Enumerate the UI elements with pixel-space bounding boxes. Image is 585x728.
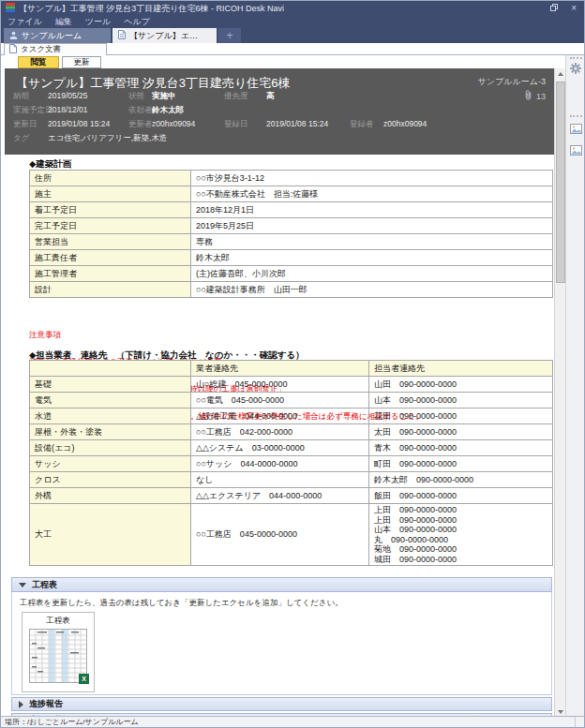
section-title: 工程表 [32,579,57,591]
table-row: 屋根・外装・塗装○○工務店 042-000-0000太田 090-0000-00… [30,424,553,440]
table-row: 営業担当専務 [30,234,553,250]
meta-value: 2019/05/25 [48,91,88,100]
new-tab-button[interactable]: + [218,28,241,43]
triangle-right-icon [19,701,23,708]
tab-document-active[interactable]: 【サンプル】エ… [112,28,217,43]
subtab-bar: タスク文書 [1,43,584,55]
table-header-row: 業者連絡先 担当者連絡先 [30,361,553,377]
update-mode-button[interactable]: 更新 [62,56,101,68]
schedule-note: 工程表を更新したら、過去の表は残しておき「更新したエクセルを追加」してください。 [20,598,343,609]
schedule-thumbnail-card[interactable]: 工程表 [22,612,95,692]
progress-section: 進捗報告 [11,697,552,711]
panel-handle[interactable] [570,115,582,117]
meta-label: 更新者 [128,119,153,130]
panel-handle[interactable] [570,57,582,59]
scrollbar-thumb[interactable] [556,82,565,283]
right-tool-panel [565,55,585,718]
location-text: 場所：/おしごとルーム/サンプルルーム [5,717,139,727]
meta-value: 実施中 [152,91,176,102]
plan-table: 住所○○市汐見台3-1-12 施主○○不動産株式会社 担当:佐藤様 着工予定日2… [29,170,553,298]
meta-value: z00hx09094 [152,119,195,128]
table-row: 施工管理者(主)佐藤吾郎、小川次郎 [30,266,553,282]
gear-icon[interactable] [570,61,581,78]
schedule-section: 工程表 工程表を更新したら、過去の表は残しておき「更新したエクセルを追加」してく… [11,577,552,695]
room-reference: サンプルルーム-3 [478,76,546,88]
meta-label: 登録者 [350,119,374,130]
person-line: 山本 090-0000-0000 [374,525,548,535]
menubar: ファイル 編集 ツール ヘルプ [1,16,584,28]
table-row: 施工責任者鈴木太郎 [30,250,553,266]
menu-tools[interactable]: ツール [85,16,111,28]
table-row: 外構△△エクステリア 044-000-0000飯田 090-0000-0000 [30,488,553,504]
subtab-task-document[interactable]: タスク文書 [4,43,107,55]
menu-help[interactable]: ヘルプ [124,16,150,28]
table-row: サッシ○○サッシ 044-0000-0000町田 090-0000-0000 [30,456,553,472]
person-line: 上田 090-0000-0000 [374,515,548,526]
contractors-table: 業者連絡先 担当者連絡先 基礎山○総建 045-000-0000山田 090-0… [29,360,553,566]
meta-value: 鈴木太郎 [152,105,184,116]
triangle-down-icon [19,583,26,587]
meta-label: 状態 [128,91,144,102]
thumbnail-caption: 工程表 [22,616,94,627]
excel-icon: X [79,674,89,684]
person-line: 丸 090-0000-0000 [374,535,548,545]
table-row: 設備(エコ)△△システム 03-0000-0000青木 090-0000-000… [30,440,553,456]
table-row: 電気○○電気 045-000-0000山本 090-0000-0000 [30,393,553,409]
table-row: 基礎山○総建 045-000-0000山田 090-0000-0000 [30,377,553,393]
meta-row: タグ エコ住宅,バリアフリー,新築,木造 [9,133,549,144]
meta-label: 登録日 [224,119,248,130]
progress-section-header[interactable]: 進捗報告 [11,697,552,711]
meta-label: タグ [13,133,29,144]
table-row: クロスなし鈴木太郎 090-0000-0000 [30,472,553,488]
status-bar: 場所：/おしごとルーム/サンプルルーム [1,716,584,727]
close-button[interactable]: × [571,4,577,13]
meta-value: 2019/01/08 15:24 [48,119,110,128]
maximize-button[interactable] [550,4,558,13]
meta-label: 納期 [13,91,29,102]
subtab-label: タスク文書 [21,44,61,55]
meta-label: 優先度 [224,91,248,102]
notice-line: 注意事項 [29,331,424,340]
tab-sample-room[interactable]: サンプルルーム [4,28,111,43]
vertical-scrollbar[interactable] [554,68,565,718]
person-line: 菊地 090-0000-0000 [374,544,548,555]
person-line: 城田 090-0000-0000 [374,555,548,565]
meta-value: エコ住宅,バリアフリー,新築,木造 [48,133,167,144]
image-icon-2[interactable] [570,142,582,159]
tab-label: 【サンプル】エ… [129,30,198,42]
menu-file[interactable]: ファイル [8,16,42,28]
table-row: 住所○○市汐見台3-1-12 [30,171,553,186]
tab-bar: サンプルルーム 【サンプル】エ… + [1,28,584,43]
section-title: 進捗報告 [29,698,63,710]
table-row: 施主○○不動産株式会社 担当:佐藤様 [30,186,553,202]
meta-row: 更新日 2019/01/08 15:24 更新者 z00hx09094 登録日 … [9,119,549,130]
table-row: 設計○○建築設計事務所 山田一郎 [30,282,553,298]
table-row: 水道△設備工業 044-000-0000花田 090-0000-0000 [30,409,553,424]
meta-label: 更新日 [13,119,38,130]
document-icon [118,30,126,41]
schedule-section-body: 工程表を更新したら、過去の表は残しておき「更新したエクセルを追加」してください。… [11,592,552,695]
table-row-carpenter: 大工 ○○工務店 045-0000-0000 上田 090-0000-0000 … [30,504,553,566]
meta-value: z00hx09094 [383,119,427,128]
document-header: 【サンプル】工事管理 汐見台3丁目建売り住宅6棟 サンプルルーム-3 13 納期… [5,68,554,155]
image-icon-1[interactable] [570,121,582,138]
tab-label: サンプルルーム [22,30,82,42]
meta-label: 依頼者 [128,105,153,116]
schedule-section-header[interactable]: 工程表 [11,577,552,592]
table-row: 着工予定日2018年12月1日 [30,202,553,218]
meta-row: 納期 2019/05/25 状態 実施中 優先度 高 [9,91,549,102]
meta-row: 実施予定日 2018/12/01 依頼者 鈴木太郎 [9,105,549,116]
resize-grip [575,717,584,727]
meta-value: 高 [266,91,275,102]
window-title: 【サンプル】工事管理 汐見台3丁目建売り住宅6棟 - RICOH Desk Na… [19,3,284,15]
person-line: 上田 090-0000-0000 [374,505,548,515]
table-row: 完工予定日2019年5月25日 [30,218,553,234]
app-window: 【サンプル】工事管理 汐見台3丁目建売り住宅6棟 - RICOH Desk Na… [0,0,585,728]
mode-button-row: 閲覧 更新 [1,55,584,68]
app-icon [6,3,15,14]
menu-edit[interactable]: 編集 [55,16,72,28]
view-mode-button[interactable]: 閲覧 [18,56,59,68]
document-icon [9,44,17,55]
titlebar: 【サンプル】工事管理 汐見台3丁目建売り住宅6棟 - RICOH Desk Na… [1,1,584,16]
document-title: 【サンプル】工事管理 汐見台3丁目建売り住宅6棟 [16,75,291,92]
